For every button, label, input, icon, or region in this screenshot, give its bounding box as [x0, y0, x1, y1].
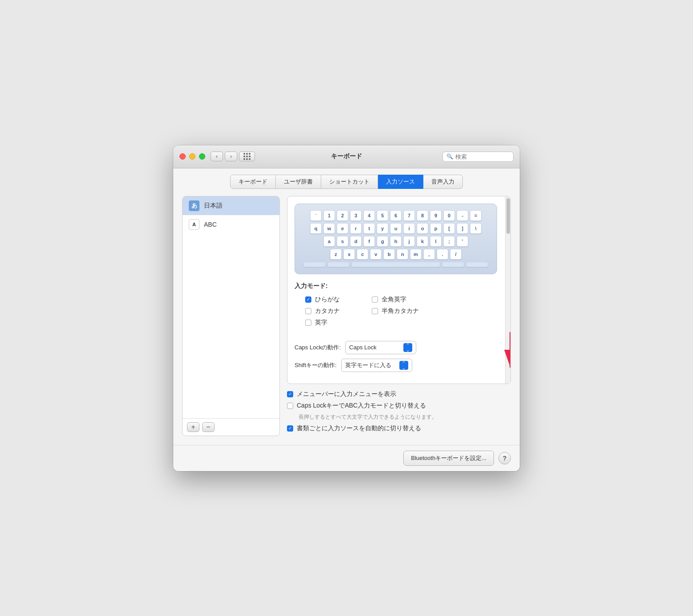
kb-key: 1 — [323, 210, 335, 221]
titlebar: ‹ › キーボード 🔍 — [173, 145, 520, 168]
kb-key: h — [390, 236, 402, 247]
input-mode-right: 全角英字 半角カタカナ — [372, 296, 419, 327]
tab-shortcuts[interactable]: ショートカット — [321, 175, 378, 189]
grid-button[interactable] — [239, 152, 255, 161]
tab-user-dict[interactable]: ユーザ辞書 — [276, 175, 321, 189]
tab-voice[interactable]: 音声入力 — [423, 175, 463, 189]
kb-key: 3 — [350, 210, 362, 221]
menu-bar-label: メニューバーに入力メニューを表示 — [297, 390, 396, 398]
tab-input-source[interactable]: 入力ソース — [378, 175, 423, 189]
caps-lock-value: Caps Lock — [349, 344, 402, 351]
kb-row-4: z x c v b n m , . / — [300, 249, 491, 260]
maximize-button[interactable] — [199, 153, 205, 160]
kb-key: ; — [443, 236, 455, 247]
kb-key: 9 — [430, 210, 442, 221]
kb-key: a — [323, 236, 335, 247]
kb-fn-key — [303, 262, 326, 267]
hiragana-checkbox[interactable] — [305, 296, 311, 303]
caps-lock-hint: 長押しするとすべて大文字で入力できるようになります。 — [299, 413, 511, 421]
kb-key: ` — [310, 210, 322, 221]
kb-key: k — [417, 236, 428, 247]
auto-switch-label: 書類ごとに入力ソースを自動的に切り替える — [297, 424, 421, 432]
bluetooth-button[interactable]: Bluetoothキーボードを設定... — [403, 451, 494, 466]
caps-lock-select[interactable]: Caps Lock ⌃⌄ — [345, 341, 416, 354]
kb-key: e — [337, 223, 348, 234]
help-button[interactable]: ? — [498, 452, 511, 464]
kb-key: , — [423, 249, 435, 260]
minimize-button[interactable] — [189, 153, 195, 160]
katakana-label: カタカナ — [315, 307, 340, 315]
kb-key: u — [390, 223, 402, 234]
kb-key: s — [337, 236, 348, 247]
caps-lock-abc-label: Caps LockキーでABC入力モードと切り替える — [297, 402, 426, 410]
kb-key: 2 — [337, 210, 348, 221]
kb-key: b — [383, 249, 395, 260]
kb-row-3: a s d f g h j k l ; ' — [300, 236, 491, 247]
kb-key: r — [350, 223, 362, 234]
add-source-button[interactable]: + — [187, 422, 199, 432]
kb-key: 6 — [390, 210, 402, 221]
shift-key-value: 英字モードに入る — [345, 361, 398, 369]
kb-key: f — [363, 236, 375, 247]
sidebar: あ 日本語 A ABC + − — [182, 196, 280, 436]
sidebar-controls: + − — [183, 418, 279, 436]
caps-lock-label: Caps Lockの動作: — [295, 344, 341, 352]
main-panel: ` 1 2 3 4 5 6 7 8 9 0 - = — [280, 196, 511, 436]
bottom-area: メニューバーに入力メニューを表示 Caps LockキーでABC入力モードと切り… — [287, 390, 511, 436]
kb-key: . — [437, 249, 448, 260]
content-area: あ 日本語 A ABC + − — [173, 189, 520, 445]
kb-key: / — [450, 249, 462, 260]
sidebar-item-japanese[interactable]: あ 日本語 — [183, 196, 279, 215]
back-button[interactable]: ‹ — [211, 152, 223, 161]
kb-key: x — [343, 249, 355, 260]
scroll-container: ` 1 2 3 4 5 6 7 8 9 0 - = — [287, 196, 511, 384]
hankaku-checkbox[interactable] — [372, 308, 378, 314]
kb-key: - — [457, 210, 468, 221]
scrollbar-thumb — [506, 198, 510, 234]
tab-keyboard[interactable]: キーボード — [230, 175, 276, 189]
shift-key-select[interactable]: 英字モードに入る ⌃⌄ — [341, 359, 412, 372]
eiji-label: 英字 — [315, 319, 327, 327]
kb-key: z — [330, 249, 342, 260]
kb-key: g — [377, 236, 388, 247]
hiragana-label: ひらがな — [315, 296, 340, 304]
kb-key: 7 — [403, 210, 415, 221]
zenkaku-checkbox[interactable] — [372, 296, 378, 303]
zenkaku-row: 全角英字 — [372, 296, 419, 304]
kb-fn-key — [466, 262, 488, 267]
auto-switch-row: 書類ごとに入力ソースを自動的に切り替える — [287, 424, 511, 432]
search-box[interactable]: 🔍 — [442, 152, 514, 162]
shift-key-arrow-icon: ⌃⌄ — [399, 361, 408, 370]
kb-key: 4 — [363, 210, 375, 221]
input-mode-label: 入力モード: — [295, 282, 497, 290]
remove-source-button[interactable]: − — [202, 422, 215, 432]
close-button[interactable] — [179, 153, 186, 160]
kb-key: m — [410, 249, 422, 260]
shift-key-row: Shiftキーの動作: 英字モードに入る ⌃⌄ — [295, 359, 497, 372]
kb-key: i — [403, 223, 415, 234]
caps-lock-abc-checkbox[interactable] — [287, 403, 293, 409]
kb-key: ' — [457, 236, 468, 247]
kb-key: l — [430, 236, 442, 247]
kb-key: = — [470, 210, 482, 221]
keyboard-visual: ` 1 2 3 4 5 6 7 8 9 0 - = — [295, 204, 497, 274]
sidebar-item-abc[interactable]: A ABC — [183, 215, 279, 234]
forward-button[interactable]: › — [225, 152, 237, 161]
kb-key: v — [370, 249, 382, 260]
katakana-row: カタカナ — [305, 307, 340, 315]
kb-key: c — [357, 249, 368, 260]
kb-key: 5 — [377, 210, 388, 221]
eiji-checkbox[interactable] — [305, 320, 311, 326]
auto-switch-checkbox[interactable] — [287, 425, 293, 432]
kb-key: 8 — [417, 210, 428, 221]
abc-icon: A — [189, 219, 199, 230]
search-input[interactable] — [455, 153, 510, 160]
footer-bar: Bluetoothキーボードを設定... ? — [173, 445, 520, 471]
menu-bar-checkbox[interactable] — [287, 391, 293, 397]
nav-buttons: ‹ › — [211, 152, 237, 161]
search-icon: 🔍 — [446, 153, 453, 160]
katakana-checkbox[interactable] — [305, 308, 311, 314]
kb-row-5 — [300, 262, 491, 267]
kb-fn-key — [442, 262, 464, 267]
japanese-icon: あ — [189, 200, 199, 211]
